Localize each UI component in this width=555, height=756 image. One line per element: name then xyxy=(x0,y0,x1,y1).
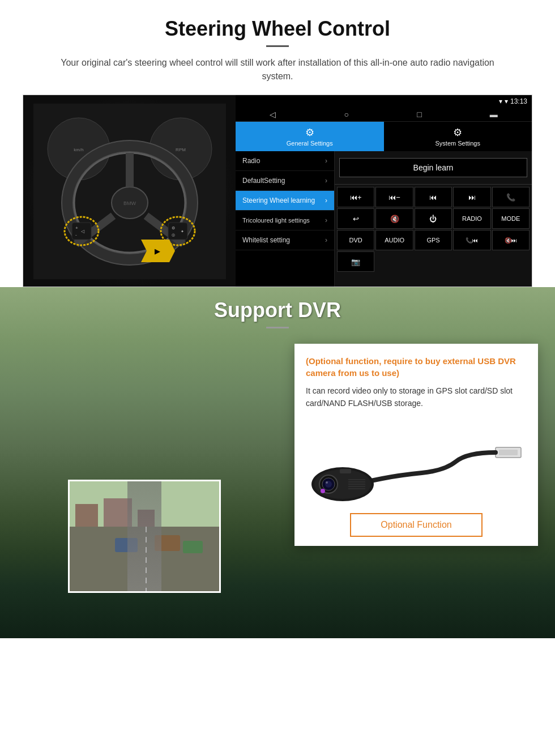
svg-text:◁: ◁ xyxy=(81,229,85,234)
dvr-camera-image xyxy=(306,419,527,504)
steering-section: Steering Wheel Control Your original car… xyxy=(0,0,555,287)
ctrl-next-track[interactable]: ⏭ xyxy=(453,187,490,207)
svg-rect-48 xyxy=(340,469,351,473)
svg-text:BMW: BMW xyxy=(123,200,136,206)
menu-item-whitelist[interactable]: Whitelist setting › xyxy=(236,230,334,250)
status-time: 13:13 xyxy=(510,97,527,105)
settings-menu: Radio › DefaultSetting › Steering Wheel … xyxy=(236,151,335,287)
svg-text:✦: ✦ xyxy=(181,229,184,233)
svg-rect-26 xyxy=(75,504,98,527)
dvr-background: Support DVR xyxy=(0,287,555,638)
optional-function-button[interactable]: Optional Function xyxy=(350,513,483,537)
ctrl-mute[interactable]: 🔇 xyxy=(375,208,413,229)
ctrl-gps[interactable]: GPS xyxy=(415,230,452,250)
back-nav-icon[interactable]: ◁ xyxy=(270,110,276,119)
ctrl-dvd[interactable]: DVD xyxy=(337,230,374,250)
ctrl-phone-prev[interactable]: 📞⏮ xyxy=(453,230,490,250)
menu-nav-icon[interactable]: ▬ xyxy=(490,110,498,119)
ctrl-mute-next[interactable]: 🔇⏭ xyxy=(492,230,530,250)
ctrl-phone[interactable]: 📞 xyxy=(492,187,530,207)
svg-rect-19 xyxy=(168,223,187,240)
svg-point-42 xyxy=(321,489,325,493)
recent-nav-icon[interactable]: □ xyxy=(417,110,421,119)
tab-general-settings[interactable]: ⚙ General Settings xyxy=(236,122,384,151)
dvr-camera-svg xyxy=(309,416,524,507)
menu-item-default[interactable]: DefaultSetting › xyxy=(236,171,334,191)
android-settings-ui: ▾ ▾ 13:13 ◁ ○ □ ▬ ⚙ General Settings ⚙ S… xyxy=(236,95,532,287)
home-nav-icon[interactable]: ○ xyxy=(344,110,348,119)
dvr-info-card: (Optional function, require to buy exter… xyxy=(294,344,538,546)
chevron-icon: › xyxy=(325,197,327,204)
nav-bar: ◁ ○ □ ▬ xyxy=(236,108,532,122)
steering-title: Steering Wheel Control xyxy=(23,17,532,41)
chevron-icon: › xyxy=(325,216,327,224)
menu-tricolour-label: Tricoloured light settings xyxy=(242,217,310,224)
status-bar: ▾ ▾ 13:13 xyxy=(236,95,532,108)
menu-whitelist-label: Whitelist setting xyxy=(242,236,290,244)
dvr-title: Support DVR xyxy=(0,298,555,322)
steering-subtitle: Your original car's steering wheel contr… xyxy=(45,56,510,83)
tab-general-label: General Settings xyxy=(287,140,333,147)
tab-system-label: System Settings xyxy=(436,140,480,147)
chevron-icon: › xyxy=(325,157,327,165)
ctrl-vol-up[interactable]: ⏮+ xyxy=(337,187,374,207)
svg-text:RPM: RPM xyxy=(176,147,186,152)
svg-text:▶: ▶ xyxy=(154,247,160,255)
svg-rect-35 xyxy=(499,450,518,455)
svg-text:+: + xyxy=(75,225,78,230)
ctrl-hangup[interactable]: ↩ xyxy=(337,208,374,229)
ctrl-vol-down[interactable]: ⏮− xyxy=(375,187,413,207)
dashcam-road xyxy=(127,481,161,591)
dvr-bg-inner: Support DVR xyxy=(0,287,555,638)
dvr-section: Support DVR xyxy=(0,287,555,638)
settings-tabs: ⚙ General Settings ⚙ System Settings xyxy=(236,122,532,151)
tab-system-settings[interactable]: ⚙ System Settings xyxy=(384,122,532,151)
ctrl-radio[interactable]: RADIO xyxy=(453,208,490,229)
dvr-title-block: Support DVR xyxy=(0,287,555,334)
menu-default-label: DefaultSetting xyxy=(242,177,285,185)
begin-learn-button[interactable]: Begin learn xyxy=(339,158,527,177)
ctrl-camera[interactable]: 📷 xyxy=(337,251,374,272)
svg-point-41 xyxy=(326,481,328,484)
ctrl-prev-track[interactable]: ⏮ xyxy=(415,187,452,207)
ctrl-mode[interactable]: MODE xyxy=(492,208,530,229)
gear-icon: ⚙ xyxy=(305,126,314,139)
control-grid: ⏮+ ⏮− ⏮ ⏭ 📞 ↩ 🔇 ⏻ RADIO MODE DVD AUDIO xyxy=(335,185,532,274)
chevron-icon: › xyxy=(325,236,327,244)
demo-container: km/h RPM BMW + xyxy=(23,95,532,287)
dashcam-preview xyxy=(68,480,221,593)
steering-wheel-svg: km/h RPM BMW + xyxy=(33,104,226,279)
svg-text:⚙: ⚙ xyxy=(172,226,175,230)
signal-icon: ▾ xyxy=(505,97,508,105)
svg-text:◎: ◎ xyxy=(172,233,175,237)
settings-body: Radio › DefaultSetting › Steering Wheel … xyxy=(236,151,532,287)
dvr-body-text: It can record video only to storage in G… xyxy=(306,385,527,410)
title-divider xyxy=(266,45,289,47)
dvr-optional-notice: (Optional function, require to buy exter… xyxy=(306,355,527,379)
begin-learn-row: Begin learn xyxy=(335,151,532,185)
menu-radio-label: Radio xyxy=(242,157,260,165)
ctrl-power[interactable]: ⏻ xyxy=(415,208,452,229)
system-gear-icon: ⚙ xyxy=(453,126,462,139)
svg-text:-: - xyxy=(75,232,77,237)
steering-wheel-image: km/h RPM BMW + xyxy=(23,95,236,287)
menu-item-radio[interactable]: Radio › xyxy=(236,151,334,171)
chevron-icon: › xyxy=(325,177,327,185)
svg-text:km/h: km/h xyxy=(74,147,83,152)
wifi-icon: ▾ xyxy=(499,97,502,105)
settings-content: Begin learn ⏮+ ⏮− ⏮ ⏭ 📞 ↩ 🔇 ⏻ xyxy=(335,151,532,287)
menu-steering-label: Steering Wheel learning xyxy=(242,197,315,204)
ctrl-audio[interactable]: AUDIO xyxy=(375,230,413,250)
dvr-divider xyxy=(266,327,289,328)
menu-item-tricolour[interactable]: Tricoloured light settings › xyxy=(236,211,334,230)
svg-rect-33 xyxy=(183,541,203,553)
menu-item-steering[interactable]: Steering Wheel learning › xyxy=(236,191,334,211)
